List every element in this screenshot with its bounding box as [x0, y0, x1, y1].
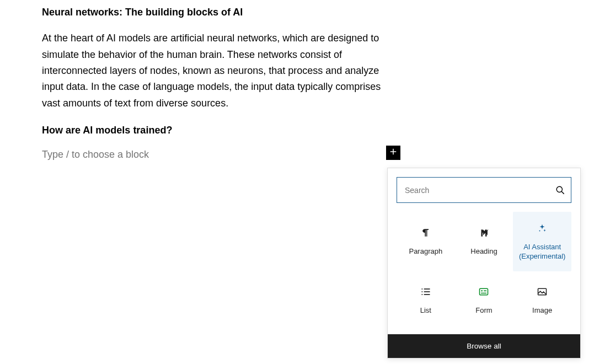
- svg-rect-5: [424, 288, 430, 290]
- block-heading-label: Heading: [470, 247, 497, 256]
- browse-all-button[interactable]: Browse all: [388, 334, 580, 358]
- svg-rect-8: [421, 294, 422, 295]
- search-icon: [549, 178, 571, 202]
- list-icon: [419, 285, 432, 298]
- svg-rect-14: [538, 288, 547, 295]
- svg-rect-7: [424, 291, 430, 292]
- block-placeholder[interactable]: Type / to choose a block: [42, 149, 386, 160]
- block-form[interactable]: Form: [455, 271, 513, 330]
- sparkle-icon: [536, 222, 549, 235]
- block-paragraph-label: Paragraph: [409, 247, 442, 256]
- block-list-label: List: [420, 306, 431, 315]
- content-heading-1[interactable]: Neural networks: The building blocks of …: [42, 6, 386, 19]
- plus-icon: [388, 147, 398, 159]
- svg-line-1: [561, 191, 564, 194]
- block-heading[interactable]: Heading: [455, 212, 513, 271]
- block-form-label: Form: [475, 306, 492, 315]
- block-image-label: Image: [532, 306, 552, 315]
- svg-point-0: [556, 186, 562, 192]
- block-ai-assistant[interactable]: AI Assistant (Experimental): [513, 212, 571, 271]
- svg-marker-3: [481, 229, 486, 237]
- block-list[interactable]: List: [397, 271, 455, 330]
- search-input[interactable]: [397, 178, 549, 202]
- heading-icon: [477, 226, 490, 239]
- svg-rect-4: [421, 288, 422, 290]
- block-paragraph[interactable]: Paragraph: [397, 212, 455, 271]
- svg-point-11: [481, 290, 483, 292]
- search-field: [397, 177, 571, 203]
- svg-rect-9: [424, 294, 430, 295]
- svg-rect-6: [421, 291, 422, 292]
- form-icon: [477, 285, 490, 298]
- svg-rect-10: [480, 288, 488, 295]
- content-paragraph-1[interactable]: At the heart of AI models are artificial…: [42, 30, 386, 111]
- image-icon: [536, 285, 549, 298]
- block-image[interactable]: Image: [513, 271, 571, 330]
- block-inserter-popover: Paragraph Heading AI Assistant (Experime…: [387, 168, 581, 358]
- paragraph-icon: [419, 226, 432, 239]
- content-heading-2[interactable]: How are AI models trained?: [42, 124, 386, 137]
- add-block-button[interactable]: [386, 146, 400, 160]
- block-ai-assistant-label: AI Assistant (Experimental): [515, 243, 569, 261]
